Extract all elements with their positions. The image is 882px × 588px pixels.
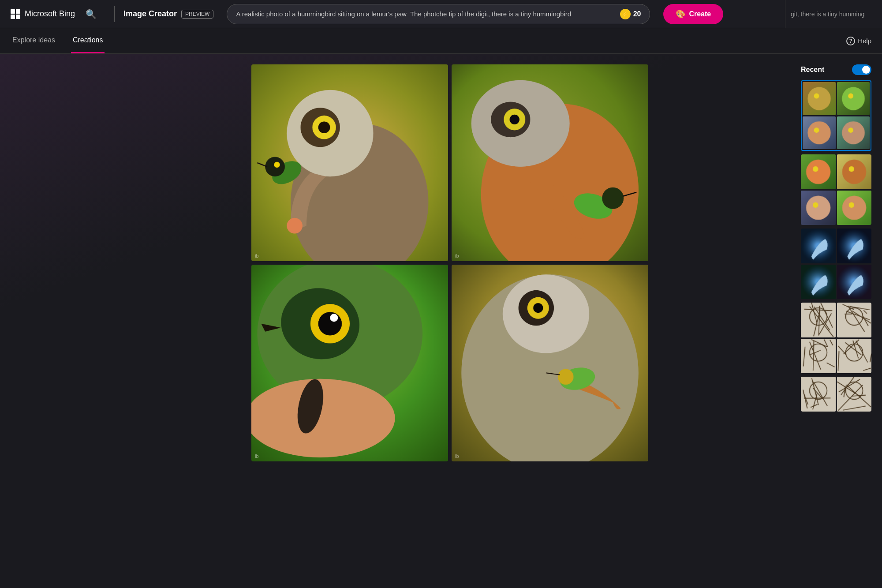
nav-left: Explore ideas Creations xyxy=(11,28,105,53)
image-cell-3[interactable]: ib xyxy=(251,265,448,461)
create-button[interactable]: 🎨 Create xyxy=(663,4,723,24)
recent-thumb-5[interactable] xyxy=(801,154,836,189)
help-circle-icon: ? xyxy=(846,37,855,45)
recent-group-3 xyxy=(801,228,871,299)
recent-group-2 xyxy=(801,154,871,225)
recent-thumb-9[interactable] xyxy=(801,228,836,263)
image-cell-4[interactable]: ib xyxy=(452,265,648,461)
bing-grid-icon xyxy=(11,9,20,19)
recent-grid-3 xyxy=(801,228,871,299)
recent-toggle[interactable] xyxy=(852,64,871,75)
image-cell-2[interactable]: ib xyxy=(452,64,648,261)
image-grid: ib ib ib ib xyxy=(251,64,648,461)
recent-thumb-15[interactable] xyxy=(801,339,836,374)
token-badge: ⚡ 20 xyxy=(620,9,641,19)
page-background: ib ib ib ib xyxy=(0,54,882,583)
recent-thumb-14[interactable] xyxy=(837,303,872,337)
token-count: 20 xyxy=(633,10,641,18)
sidebar: Recent xyxy=(801,64,871,461)
recent-thumb-12[interactable] xyxy=(837,265,872,300)
create-button-label: Create xyxy=(689,10,711,18)
recent-grid-5 xyxy=(801,377,871,412)
search-bar[interactable]: ⚡ 20 xyxy=(227,4,650,24)
recent-grid-1 xyxy=(801,80,871,151)
recent-grid-2 xyxy=(801,154,871,225)
tab-explore-ideas[interactable]: Explore ideas xyxy=(11,28,57,53)
recent-thumb-16[interactable] xyxy=(837,339,872,374)
image-watermark-4: ib xyxy=(455,453,459,459)
recent-thumb-3[interactable] xyxy=(803,116,836,150)
token-icon: ⚡ xyxy=(620,9,631,19)
header-divider xyxy=(114,6,115,22)
header: Microsoft Bing 🔍 Image Creator PREVIEW ⚡… xyxy=(0,0,882,28)
scroll-text: git, there is a tiny humming xyxy=(785,0,882,28)
nav-tabs: Explore ideas Creations ? Help xyxy=(0,28,882,54)
sidebar-title: Recent xyxy=(801,66,824,74)
recent-thumb-2[interactable] xyxy=(837,82,870,115)
recent-thumb-18[interactable] xyxy=(837,377,872,412)
search-icon[interactable]: 🔍 xyxy=(86,9,97,19)
logo[interactable]: Microsoft Bing xyxy=(11,9,75,19)
search-input[interactable] xyxy=(236,10,615,18)
image-grid-container: ib ib ib ib xyxy=(109,64,790,461)
recent-thumb-11[interactable] xyxy=(801,265,836,300)
recent-thumb-7[interactable] xyxy=(801,191,836,225)
recent-thumb-4[interactable] xyxy=(837,116,870,150)
sidebar-header: Recent xyxy=(801,64,871,75)
image-watermark-1: ib xyxy=(255,253,259,258)
recent-grid-4 xyxy=(801,303,871,373)
recent-thumb-10[interactable] xyxy=(837,228,872,263)
image-watermark-2: ib xyxy=(455,253,459,258)
recent-thumb-6[interactable] xyxy=(837,154,872,189)
image-cell-1[interactable]: ib xyxy=(251,64,448,261)
preview-badge: PREVIEW xyxy=(181,10,213,19)
recent-thumb-17[interactable] xyxy=(801,377,836,412)
left-accent xyxy=(11,64,99,461)
tab-creations[interactable]: Creations xyxy=(71,28,105,53)
recent-thumb-8[interactable] xyxy=(837,191,872,225)
recent-group-1 xyxy=(801,80,871,151)
recent-thumb-13[interactable] xyxy=(801,303,836,337)
recent-group-5 xyxy=(801,377,871,412)
image-creator-label: Image Creator xyxy=(123,9,177,19)
create-button-icon: 🎨 xyxy=(676,9,685,19)
main-content: ib ib ib ib xyxy=(0,54,882,461)
help-button[interactable]: ? Help xyxy=(846,37,871,45)
help-label: Help xyxy=(858,37,871,45)
logo-text: Microsoft Bing xyxy=(25,9,75,19)
recent-group-4 xyxy=(801,303,871,373)
image-watermark-3: ib xyxy=(255,453,259,459)
recent-thumb-1[interactable] xyxy=(803,82,836,115)
